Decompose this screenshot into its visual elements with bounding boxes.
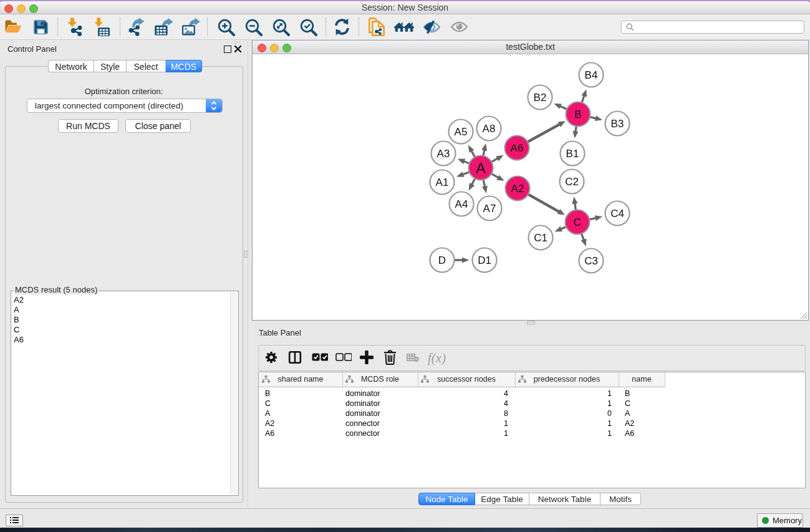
svg-text:C2: C2 bbox=[565, 176, 579, 188]
svg-text:A5: A5 bbox=[455, 126, 468, 138]
svg-text:C1: C1 bbox=[534, 232, 547, 244]
svg-text:A2: A2 bbox=[511, 183, 524, 195]
svg-text:C: C bbox=[574, 216, 581, 228]
svg-text:B: B bbox=[574, 109, 581, 120]
svg-text:C3: C3 bbox=[584, 255, 598, 267]
svg-text:A4: A4 bbox=[455, 198, 468, 210]
svg-text:D: D bbox=[438, 254, 446, 266]
svg-text:B4: B4 bbox=[585, 69, 598, 81]
svg-text:B2: B2 bbox=[534, 92, 547, 104]
svg-text:A1: A1 bbox=[436, 177, 449, 188]
svg-text:A3: A3 bbox=[437, 148, 450, 160]
svg-text:D1: D1 bbox=[478, 254, 491, 266]
svg-text:C4: C4 bbox=[610, 208, 624, 220]
svg-text:B1: B1 bbox=[566, 148, 579, 160]
svg-text:A7: A7 bbox=[483, 203, 496, 215]
svg-text:A: A bbox=[476, 160, 486, 177]
svg-text:A8: A8 bbox=[483, 123, 496, 135]
svg-text:B3: B3 bbox=[611, 118, 624, 130]
svg-text:A6: A6 bbox=[511, 142, 524, 154]
